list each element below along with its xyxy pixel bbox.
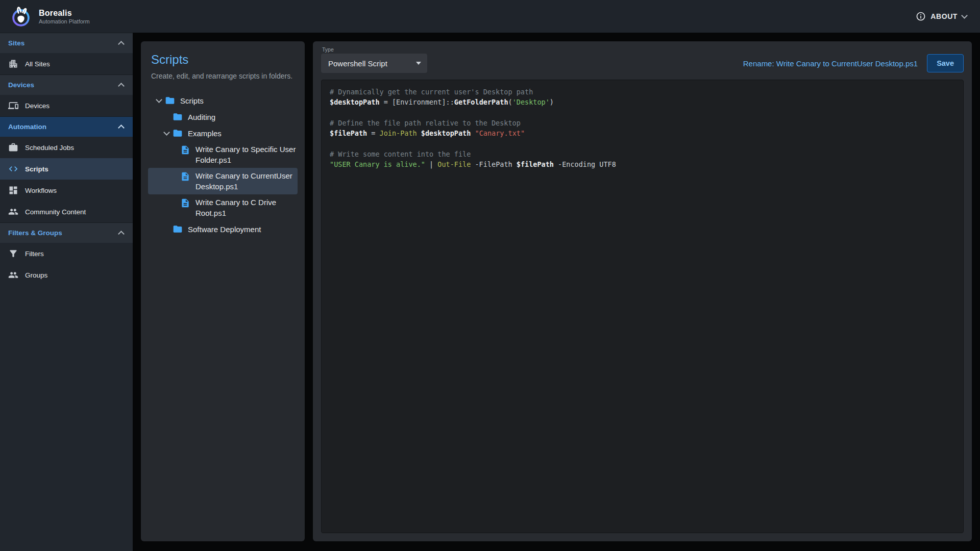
- editor-header: Type Powershell Script Rename: Write Can…: [321, 46, 964, 73]
- code-token: [417, 129, 421, 137]
- code-token: Join-Path: [380, 129, 417, 137]
- code-token: $filePath: [330, 129, 367, 137]
- code-token: ): [550, 98, 554, 106]
- indent-spacer: [161, 111, 172, 122]
- tree-item-label: Auditing: [188, 112, 215, 122]
- editor-panel: Type Powershell Script Rename: Write Can…: [313, 41, 972, 541]
- folder-icon: [172, 111, 183, 122]
- code-token: # Write some content into the file: [330, 150, 471, 158]
- code-token: "Canary.txt": [475, 129, 525, 137]
- code-line: "USER Canary is alive." | Out-File -File…: [330, 159, 955, 169]
- sidebar-item-label: All Sites: [25, 60, 50, 68]
- community-icon: [8, 207, 18, 217]
- code-token: -FilePath: [471, 160, 516, 168]
- tree-folder-examples[interactable]: Examples: [148, 125, 298, 141]
- chevron-up-icon: [118, 83, 125, 89]
- tree-folder-scripts[interactable]: Scripts: [148, 92, 298, 109]
- rename-link[interactable]: Rename: Write Canary to CurrentUser Desk…: [743, 59, 918, 68]
- chevron-down-icon: [961, 12, 968, 19]
- scripts-panel: Scripts Create, edit, and rearrange scri…: [141, 41, 305, 541]
- code-line: # Write some content into the file: [330, 149, 955, 159]
- sidebar-item-devices[interactable]: Devices: [0, 95, 133, 116]
- type-select-group: Type Powershell Script: [321, 46, 427, 73]
- chevron-up-icon: [118, 41, 125, 47]
- chevron-up-icon: [118, 124, 125, 131]
- code-token: $desktopPath: [421, 129, 471, 137]
- sidebar-item-label: Filters: [25, 250, 44, 258]
- sidebar-item-label: Community Content: [25, 208, 86, 216]
- sidebar-item-all-sites[interactable]: All Sites: [0, 53, 133, 74]
- code-editor[interactable]: # Dynamically get the current user's Des…: [321, 80, 964, 533]
- sidebar-item-groups[interactable]: Groups: [0, 264, 133, 286]
- indent-spacer: [168, 170, 180, 181]
- sidebar-item-label: Devices: [25, 102, 50, 110]
- sidebar-section-sites[interactable]: Sites: [0, 33, 133, 53]
- sidebar-section-automation[interactable]: Automation: [0, 116, 133, 137]
- brand-text: Borealis Automation Platform: [39, 9, 90, 24]
- sidebar-section-label: Devices: [8, 81, 34, 89]
- code-token: GetFolderPath: [454, 98, 508, 106]
- scheduled-jobs-icon: [8, 142, 18, 153]
- save-button[interactable]: Save: [927, 54, 964, 72]
- code-token: "USER Canary is alive.": [330, 160, 425, 168]
- scripts-panel-title: Scripts: [141, 53, 305, 67]
- code-token: $filePath: [517, 160, 554, 168]
- script-type-select[interactable]: Powershell Script: [321, 54, 427, 73]
- tree-file-write-canary-to-c-drive-root-ps1[interactable]: Write Canary to C Drive Root.ps1: [148, 194, 298, 221]
- sidebar-item-label: Groups: [25, 271, 47, 279]
- chevron-down-glyph: [156, 96, 162, 103]
- sidebar-item-workflows[interactable]: Workflows: [0, 180, 133, 201]
- file-icon: [180, 144, 191, 156]
- sidebar-item-label: Scheduled Jobs: [25, 144, 74, 152]
- tree-item-label: Examples: [188, 128, 222, 139]
- sidebar-item-scheduled-jobs[interactable]: Scheduled Jobs: [0, 137, 133, 158]
- sidebar-section-label: Automation: [8, 123, 46, 131]
- tree-item-label: Software Deployment: [188, 224, 261, 235]
- sidebar-item-filters[interactable]: Filters: [0, 243, 133, 264]
- code-line: $filePath = Join-Path $desktopPath "Cana…: [330, 128, 955, 138]
- code-token: # Define the file path relative to the D…: [330, 119, 521, 127]
- tree-folder-auditing[interactable]: Auditing: [148, 109, 298, 125]
- scripts-tree: ScriptsAuditingExamplesWrite Canary to S…: [141, 92, 305, 237]
- top-bar: Borealis Automation Platform ABOUT: [0, 0, 980, 33]
- sidebar-item-community-content[interactable]: Community Content: [0, 201, 133, 222]
- code-token: =: [380, 98, 392, 106]
- about-label: ABOUT: [930, 12, 958, 20]
- indent-spacer: [161, 223, 172, 235]
- app-subtitle: Automation Platform: [39, 18, 90, 24]
- tree-file-write-canary-to-currentuser-desktop-ps1[interactable]: Write Canary to CurrentUser Desktop.ps1: [148, 168, 298, 194]
- code-token: [Environment]::: [392, 98, 454, 106]
- tree-folder-software-deployment[interactable]: Software Deployment: [148, 221, 298, 237]
- sidebar-item-label: Scripts: [25, 165, 48, 173]
- sidebar-section-label: Sites: [8, 39, 24, 47]
- code-line: [330, 138, 955, 148]
- code-token: (: [508, 98, 512, 106]
- code-token: =: [367, 129, 379, 137]
- select-caret-icon: [416, 62, 421, 65]
- tree-item-label: Scripts: [180, 95, 204, 106]
- code-line: $desktopPath = [Environment]::GetFolderP…: [330, 97, 955, 107]
- code-token: Out-File: [437, 160, 471, 168]
- chevron-down-icon: [153, 95, 164, 106]
- code-line: # Dynamically get the current user's Des…: [330, 87, 955, 97]
- folder-icon: [172, 223, 183, 235]
- workflows-icon: [8, 185, 18, 195]
- indent-spacer: [168, 144, 180, 155]
- sidebar-item-scripts[interactable]: Scripts: [0, 158, 133, 180]
- sites-icon: [8, 59, 18, 69]
- groups-icon: [8, 270, 18, 280]
- sidebar-section-filters-groups[interactable]: Filters & Groups: [0, 222, 133, 243]
- script-type-value: Powershell Script: [328, 59, 387, 68]
- brand: Borealis Automation Platform: [9, 5, 90, 28]
- about-button[interactable]: ABOUT: [916, 11, 967, 21]
- sidebar-section-devices[interactable]: Devices: [0, 74, 133, 95]
- chevron-up-icon: [118, 231, 125, 237]
- app-name: Borealis: [39, 9, 90, 18]
- tree-item-label: Write Canary to Specific User Folder.ps1: [195, 144, 298, 165]
- sidebar-section-label: Filters & Groups: [8, 229, 62, 237]
- sidebar: SitesAll SitesDevicesDevicesAutomationSc…: [0, 33, 133, 551]
- folder-icon: [172, 128, 183, 139]
- code-token: 'Desktop': [512, 98, 550, 106]
- tree-item-label: Write Canary to CurrentUser Desktop.ps1: [195, 170, 298, 192]
- tree-file-write-canary-to-specific-user-folder-ps1[interactable]: Write Canary to Specific User Folder.ps1: [148, 141, 298, 168]
